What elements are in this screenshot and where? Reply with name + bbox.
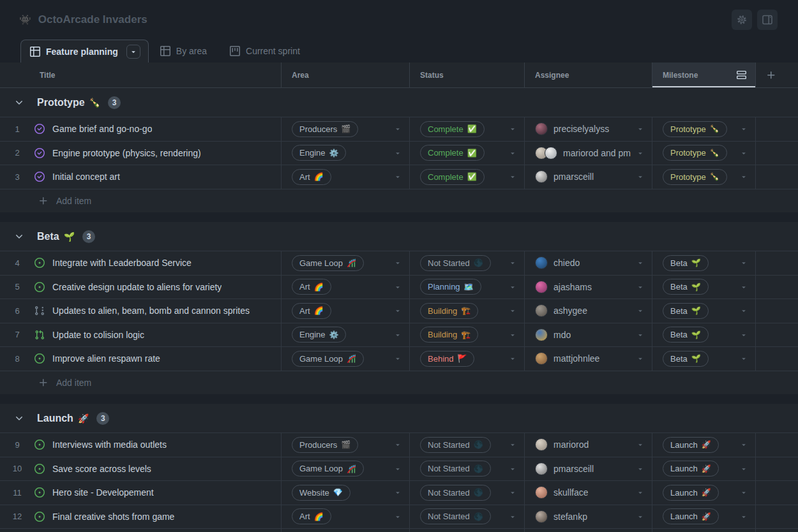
column-header-milestone[interactable]: Milestone [652, 63, 755, 87]
area-cell[interactable]: Art🌈 [281, 299, 409, 323]
column-header-title[interactable]: Title [0, 63, 281, 87]
milestone-pill[interactable]: Beta🌱 [663, 351, 709, 367]
title-cell[interactable]: 11Hero site - Developement [0, 481, 281, 505]
status-cell[interactable]: Behind🚩 [409, 347, 524, 371]
area-pill[interactable]: Producers🎬 [292, 121, 358, 137]
assignee-cell[interactable]: skullface [524, 481, 652, 505]
title-cell[interactable]: 10Save score across levels [0, 457, 281, 481]
area-pill[interactable]: Engine⚙️ [292, 145, 346, 161]
status-pill[interactable]: Complete✅ [420, 169, 485, 185]
status-pill[interactable]: Not Started🌑 [420, 485, 491, 501]
assignee-cell[interactable]: ajashams [524, 276, 652, 299]
milestone-cell[interactable]: Beta🌱 [652, 299, 755, 323]
status-cell[interactable]: Complete✅ [409, 142, 524, 165]
milestone-cell[interactable]: Launch🚀 [652, 433, 755, 457]
area-cell[interactable]: Website💎 [281, 481, 409, 505]
tab-by-area[interactable]: By area [149, 40, 218, 63]
area-cell[interactable]: Game Loop🎢 [281, 251, 409, 275]
milestone-pill[interactable]: Prototype🍾 [663, 145, 727, 161]
area-cell[interactable]: Game Loop🎢 [281, 457, 409, 481]
area-pill[interactable]: Art🌈 [292, 508, 331, 524]
status-cell[interactable]: Not Started🌑 [409, 481, 524, 505]
status-cell[interactable]: Not Started🌑 [409, 457, 524, 481]
milestone-pill[interactable]: Launch🚀 [663, 437, 719, 453]
title-cell[interactable]: 5Creative design update to aliens for va… [0, 276, 281, 299]
status-pill[interactable]: Behind🚩 [420, 351, 474, 367]
title-cell[interactable]: 3Initial concept art [0, 165, 281, 189]
add-item-button[interactable]: Add item [0, 371, 798, 395]
table-row[interactable]: 5Creative design update to aliens for va… [0, 275, 798, 299]
table-row[interactable]: 12Final creative shots from gameArt🌈Not … [0, 505, 798, 529]
milestone-pill[interactable]: Prototype🍾 [663, 121, 727, 137]
table-row[interactable]: 3Initial concept artArt🌈Complete✅pmarsce… [0, 165, 798, 189]
milestone-pill[interactable]: Launch🚀 [663, 508, 719, 524]
status-pill[interactable]: Not Started🌑 [420, 255, 491, 271]
status-cell[interactable]: Building🏗️ [409, 299, 524, 323]
status-pill[interactable]: Not Started🌑 [420, 461, 491, 477]
milestone-cell[interactable]: Launch🚀 [652, 505, 755, 529]
milestone-cell[interactable]: Prototype🍾 [652, 117, 755, 141]
add-column-button[interactable] [755, 63, 798, 87]
table-row[interactable]: 11Hero site - DevelopementWebsite💎Not St… [0, 480, 798, 505]
area-cell[interactable]: Art🌈 [281, 165, 409, 189]
milestone-pill[interactable]: Launch🚀 [663, 461, 719, 477]
assignee-cell[interactable]: mattjohnlee [524, 347, 652, 371]
area-cell[interactable]: Art🌈 [281, 505, 409, 529]
tab-feature-planning[interactable]: Feature planning [20, 40, 149, 63]
status-pill[interactable]: Complete✅ [420, 145, 485, 161]
milestone-pill[interactable]: Beta🌱 [663, 327, 709, 343]
milestone-pill[interactable]: Beta🌱 [663, 303, 709, 319]
milestone-cell[interactable]: Beta🌱 [652, 323, 755, 347]
milestone-pill[interactable]: Prototype🍾 [663, 169, 727, 185]
column-header-assignee[interactable]: Assignee [524, 63, 652, 87]
milestone-pill[interactable]: Beta🌱 [663, 279, 709, 295]
table-row[interactable]: 10Save score across levelsGame Loop🎢Not … [0, 457, 798, 481]
status-cell[interactable]: Complete✅ [409, 117, 524, 141]
status-pill[interactable]: Building🏗️ [420, 327, 478, 343]
area-pill[interactable]: Art🌈 [292, 279, 331, 295]
status-pill[interactable]: Building🏗️ [420, 303, 478, 319]
table-row[interactable]: 6Updates to alien, beam, bomb and cannon… [0, 299, 798, 323]
table-row-partial[interactable] [0, 528, 798, 532]
table-row[interactable]: 9Interviews with media outletsProducers🎬… [0, 432, 798, 457]
area-pill[interactable]: Game Loop🎢 [292, 351, 364, 367]
add-item-button[interactable]: Add item [0, 189, 798, 213]
assignee-cell[interactable]: mariorod [524, 433, 652, 457]
title-cell[interactable]: 2Engine prototype (physics, rendering) [0, 142, 281, 165]
area-cell[interactable]: Art🌈 [281, 276, 409, 299]
milestone-cell[interactable]: Beta🌱 [652, 276, 755, 299]
area-pill[interactable]: Game Loop🎢 [292, 461, 364, 477]
title-cell[interactable]: 1Game brief and go-no-go [0, 117, 281, 141]
settings-button[interactable] [732, 10, 752, 30]
title-cell[interactable]: 12Final creative shots from game [0, 505, 281, 529]
assignee-cell[interactable]: chiedo [524, 251, 652, 275]
area-pill[interactable]: Producers🎬 [292, 437, 358, 453]
assignee-cell[interactable]: pmarsceill [524, 457, 652, 481]
assignee-cell[interactable]: preciselyalyss [524, 117, 652, 141]
table-row[interactable]: 2Engine prototype (physics, rendering)En… [0, 141, 798, 165]
status-pill[interactable]: Not Started🌑 [420, 437, 491, 453]
milestone-cell[interactable]: Beta🌱 [652, 347, 755, 371]
status-cell[interactable]: Not Started🌑 [409, 505, 524, 529]
assignee-cell[interactable]: mdo [524, 323, 652, 347]
table-row[interactable]: 4Integrate with Leaderboard ServiceGame … [0, 251, 798, 275]
area-pill[interactable]: Game Loop🎢 [292, 255, 364, 271]
tab-menu-button[interactable] [126, 45, 140, 59]
assignee-cell[interactable]: pmarsceill [524, 165, 652, 189]
milestone-cell[interactable]: Beta🌱 [652, 251, 755, 275]
title-cell[interactable]: 7Update to colision logic [0, 323, 281, 347]
status-cell[interactable]: Planning🗺️ [409, 276, 524, 299]
assignee-cell[interactable]: stefankp [524, 505, 652, 529]
area-pill[interactable]: Engine⚙️ [292, 327, 346, 343]
assignee-cell[interactable]: mariorod and pm [524, 142, 652, 165]
title-cell[interactable]: 6Updates to alien, beam, bomb and cannon… [0, 299, 281, 323]
status-pill[interactable]: Planning🗺️ [420, 279, 481, 295]
column-header-area[interactable]: Area [281, 63, 409, 87]
column-header-status[interactable]: Status [409, 63, 524, 87]
milestone-cell[interactable]: Launch🚀 [652, 457, 755, 481]
milestone-cell[interactable]: Launch🚀 [652, 481, 755, 505]
title-cell[interactable]: 9Interviews with media outlets [0, 433, 281, 457]
area-pill[interactable]: Website💎 [292, 485, 350, 501]
status-pill[interactable]: Not Started🌑 [420, 508, 491, 524]
title-cell[interactable]: 8Improve alien respawn rate [0, 347, 281, 371]
